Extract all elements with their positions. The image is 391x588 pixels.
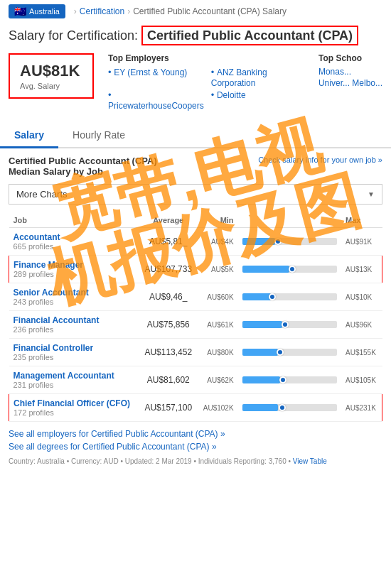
bar-cell [238,366,341,394]
employers-block: Top Employers EY (Ernst & Young) ANZ Ban… [108,53,304,111]
max-cell: AU$105K [341,366,382,394]
employers-list: EY (Ernst & Young) ANZ Banking Corporati… [108,67,304,111]
table-row: Financial Controller 235 profiles AU$113… [9,339,382,366]
list-item: Monas... [318,67,382,77]
max-cell: AU$96K [341,311,382,339]
view-table-link[interactable]: View Table [293,457,327,465]
job-cell: Financial Controller 235 profiles [9,339,139,366]
max-cell: AU$155K [341,339,382,366]
avg-salary-cell: AU$75,856 [139,311,198,339]
employers-link[interactable]: See all employers for Certified Public A… [9,429,382,439]
breadcrumb: 🇦🇺 Australia › Certification › Certified… [0,0,391,23]
breadcrumb-sep-2: › [127,6,130,16]
job-name[interactable]: Senior Accountant [14,288,135,298]
schools-list: Monas... Univer... Melbo... [318,67,382,88]
bar-cell [238,311,341,339]
employers-heading: Top Employers [108,53,304,63]
avg-salary-cell: AU$81,602 [139,366,198,394]
bar-fill [242,266,290,273]
min-cell: AU$80K [198,339,238,366]
table-header-row: Job Average Min Max [9,213,382,228]
max-cell: AU$10K [341,283,382,311]
page-title: Salary for Certification: Certified Publ… [0,23,391,46]
schools-block: Top Schoo Monas... Univer... Melbo... [318,53,382,89]
avg-salary-cell: AU$9,46_ [139,283,198,311]
bar-cell [238,256,341,283]
bar-container [242,321,337,328]
min-cell: AU$61K [198,311,238,339]
col-bar [238,213,341,228]
bar-container [242,266,337,273]
employer-link[interactable]: PricewaterhouseCoopers [108,101,204,111]
employer-link[interactable]: EY (Ernst & Young) [114,67,187,77]
job-name[interactable]: Chief Financial Officer (CFO) [14,398,135,408]
degrees-link[interactable]: See all degrees for Certified Public Acc… [9,442,382,452]
job-name[interactable]: Financial Accountant [14,315,135,325]
bar-dot [279,404,286,411]
bar-fill [242,321,282,328]
job-profiles: 236 profiles [14,325,135,334]
col-job: Job [9,213,139,228]
job-name[interactable]: Financial Controller [14,343,135,353]
section-header: Certified Public Accountant (CPA) Median… [9,156,382,177]
section-title: Certified Public Accountant (CPA) Median… [9,156,165,177]
avg-salary-amount: AU$81K [20,62,82,80]
breadcrumb-link-1[interactable]: Certification [80,6,124,16]
employer-link[interactable]: Deloitte [217,90,246,100]
avg-salary-label: Avg. Salary [20,82,82,90]
list-item: Univer... Melbo... [318,78,382,88]
job-cell: Financial Accountant 236 profiles [9,311,139,339]
job-profiles: 665 profiles [14,242,135,251]
breadcrumb-sep-1: › [74,6,77,16]
bar-dot [279,376,286,383]
job-name[interactable]: Finance Manager [14,260,135,270]
bar-container [242,349,337,356]
country-button[interactable]: 🇦🇺 Australia [9,4,65,18]
list-item: ANZ Banking Corporation [211,67,304,88]
avg-salary-cell: AU$107,733 [139,256,198,283]
job-name[interactable]: Accountant [14,232,135,242]
list-item: Deloitte [211,89,304,111]
job-profiles: 235 profiles [14,353,135,361]
min-cell: AU$60K [198,283,238,311]
max-cell: AU$91K [341,228,382,256]
job-profiles: 243 profiles [14,298,135,306]
bar-cell [238,228,341,256]
max-cell: AU$13K [341,256,382,283]
title-prefix: Salary for Certification: [9,28,138,43]
job-cell: Management Accountant 231 profiles [9,366,139,394]
tab-hourly-rate[interactable]: Hourly Rate [58,124,139,147]
footer-info-text: Country: Australia • Currency: AUD • Upd… [9,457,291,465]
bar-dot [289,266,296,273]
footer-info: Country: Australia • Currency: AUD • Upd… [9,457,382,465]
job-cell: Accountant 665 profiles [9,228,139,256]
table-row: Senior Accountant 243 profiles AU$9,46_ … [9,283,382,311]
bar-fill [242,404,279,411]
job-profiles: 172 profiles [14,408,135,417]
bar-fill [242,349,279,356]
job-cell: Chief Financial Officer (CFO) 172 profil… [9,394,139,422]
avg-salary-cell: AU$5,81_ [139,228,198,256]
table-row: Chief Financial Officer (CFO) 172 profil… [9,394,382,422]
table-row: Accountant 665 profiles AU$5,81_ AU$4K A… [9,228,382,256]
bar-cell [238,394,341,422]
table-row: Management Accountant 231 profiles AU$81… [9,366,382,394]
bar-dot [274,238,282,245]
dropdown-arrow: ▼ [368,190,375,198]
job-cell: Senior Accountant 243 profiles [9,283,139,311]
bar-container [242,404,337,411]
tab-salary[interactable]: Salary [0,124,58,148]
min-cell: AU$62K [198,366,238,394]
job-cell: Finance Manager 289 profiles [9,256,139,283]
employer-link[interactable]: ANZ Banking Corporation [211,67,267,88]
salary-table: Job Average Min Max Accountant 665 profi… [9,213,382,422]
schools-heading: Top Schoo [318,53,382,63]
job-name[interactable]: Management Accountant [14,371,135,381]
breadcrumb-current: Certified Public Accountant (CPA) Salary [133,6,286,16]
tabs: Salary Hourly Rate [0,124,391,148]
max-cell: AU$231K [341,394,382,422]
salary-info-link[interactable]: Check salary info for your own job » [258,156,382,164]
more-charts-dropdown[interactable]: More Charts ▼ [9,184,382,205]
col-max: Max [341,213,382,228]
bar-container [242,376,337,383]
